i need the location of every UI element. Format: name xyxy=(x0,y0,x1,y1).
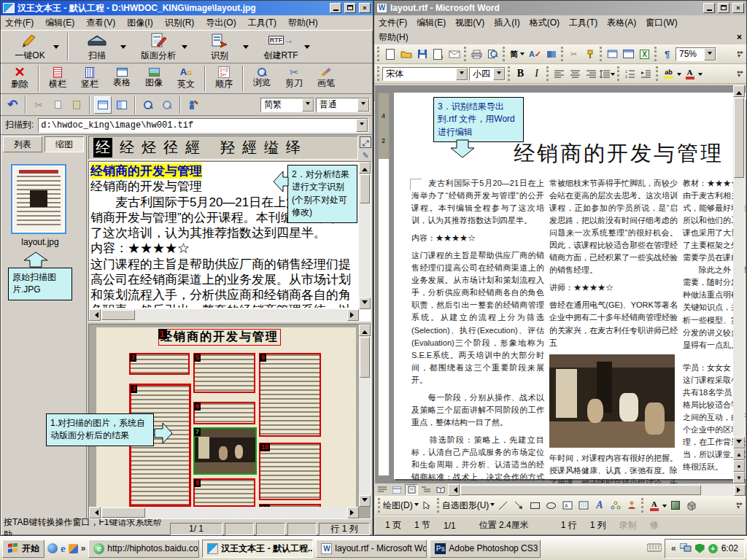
menu-table[interactable]: 表格(A) xyxy=(607,17,636,29)
3d-style-icon[interactable] xyxy=(684,498,699,513)
page-thumbnail[interactable] xyxy=(11,164,66,234)
taskbar-item-photoshop[interactable]: Ps Adobe Photoshop CS3 E... xyxy=(430,540,541,558)
scroll-down-icon[interactable] xyxy=(359,298,371,309)
clipart-icon[interactable] xyxy=(624,498,639,513)
align-center-icon[interactable] xyxy=(568,66,583,82)
menu-tools[interactable]: 工具(T) xyxy=(248,17,276,29)
candidate-char[interactable]: 经 xyxy=(120,138,134,158)
menu-window[interactable]: 窗口(W) xyxy=(646,17,677,29)
quicklaunch-ie-icon[interactable]: e xyxy=(61,542,66,555)
dropdown-icon[interactable] xyxy=(53,45,59,52)
format-painter-icon[interactable] xyxy=(582,47,597,62)
scroll-down-icon[interactable] xyxy=(733,437,745,448)
close-icon[interactable]: × xyxy=(732,3,744,13)
recognize-button[interactable]: 识别 xyxy=(193,31,252,62)
document-page[interactable]: 3．识别结果导出到.rtf 文件，用Word进行编辑 经销商的开发与管理 麦古利… xyxy=(394,93,746,479)
view-reading-icon[interactable] xyxy=(434,484,447,495)
open-icon[interactable] xyxy=(398,47,414,62)
maximize-icon[interactable] xyxy=(344,3,356,13)
toolbar-overflow-icon[interactable]: ▸▸▾ xyxy=(735,502,744,509)
fit-window-icon[interactable]: ⤢ xyxy=(360,136,371,148)
layout-region[interactable]: 9 xyxy=(259,353,321,437)
layout-region[interactable]: 10 xyxy=(259,443,321,500)
highlight-icon[interactable]: ab xyxy=(661,66,676,82)
menu-view[interactable]: 查看(V) xyxy=(86,17,115,29)
scroll-right-icon[interactable] xyxy=(347,507,359,518)
font-name-combo[interactable]: 宋体 xyxy=(382,67,468,81)
cut-icon[interactable]: ✂ xyxy=(566,47,581,62)
scroll-down-icon[interactable] xyxy=(359,495,371,507)
insert-excel-icon[interactable]: X xyxy=(637,47,652,62)
candidate-char[interactable]: 径 xyxy=(163,138,178,158)
font-color-icon[interactable]: A xyxy=(682,66,697,82)
table-region-button[interactable]: 表格 xyxy=(106,64,138,93)
english-region-button[interactable]: AG英文 xyxy=(170,64,202,93)
align-left-icon[interactable] xyxy=(551,66,567,82)
start-button[interactable]: 开始 xyxy=(2,540,44,558)
scan-title-region[interactable]: 1经销商的开发与管理 xyxy=(158,329,281,346)
scroll-left-icon[interactable] xyxy=(89,309,101,321)
input-method-keyboard-icon[interactable] xyxy=(647,542,662,554)
layout-analysis-button[interactable]: 版面分析 xyxy=(132,31,190,62)
menu-view[interactable]: 视图(V) xyxy=(455,17,484,29)
tray-collapse-icon[interactable]: « xyxy=(671,543,676,553)
menu-file[interactable]: 文件(F) xyxy=(379,17,407,29)
select-arrow-icon[interactable] xyxy=(419,498,435,513)
candidate-char[interactable]: 绎 xyxy=(286,138,301,158)
print-preview-icon[interactable] xyxy=(485,47,500,62)
chinese-translate-icon[interactable]: 简 xyxy=(508,47,527,62)
menu-insert[interactable]: 插入(I) xyxy=(494,17,519,29)
tab-thumbnail[interactable]: 缩图 xyxy=(44,136,84,152)
view-outline-icon[interactable] xyxy=(419,484,433,495)
create-rtf-button[interactable]: RTF→创建RTF xyxy=(255,31,313,62)
hanwang-titlebar[interactable]: 汉王文本王 - 默认工程 - D:\HWDOC_KING\image\layou… xyxy=(1,1,373,15)
delete-region-button[interactable]: ✕删除 xyxy=(4,64,36,93)
next-page-icon[interactable]: ▼ xyxy=(733,472,745,483)
draw-menu-button[interactable]: 绘图(D) xyxy=(383,499,419,512)
paste-button[interactable] xyxy=(68,96,85,114)
vertical-column-button[interactable]: 竖栏 xyxy=(74,64,106,93)
zoom-combo[interactable]: 75% xyxy=(676,47,716,61)
tab-list[interactable]: 列表 xyxy=(3,136,42,152)
chevron-down-icon[interactable] xyxy=(677,73,681,78)
scroll-left-icon[interactable] xyxy=(89,507,101,518)
dropdown-icon[interactable] xyxy=(120,45,126,52)
layout-region[interactable]: 2 xyxy=(129,353,190,375)
zoom-out-button[interactable] xyxy=(158,96,176,114)
draw-table-icon[interactable] xyxy=(605,47,620,62)
menu-edit[interactable]: 编辑(E) xyxy=(417,17,446,29)
maximize-icon[interactable] xyxy=(718,3,729,13)
menu-help[interactable]: 帮助(H) xyxy=(288,17,318,29)
arrow-tool-icon[interactable] xyxy=(511,498,527,513)
save-icon[interactable] xyxy=(414,47,430,62)
font-color-icon[interactable]: A xyxy=(646,498,662,513)
view-split-horizontal-button[interactable] xyxy=(94,96,112,114)
align-right-icon[interactable] xyxy=(584,66,599,82)
layout-region[interactable]: 5 xyxy=(193,353,255,393)
candidate-char[interactable]: 經 xyxy=(185,138,200,158)
scissors-button[interactable]: ✂剪刀 xyxy=(278,64,310,93)
menu-image[interactable]: 图像(I) xyxy=(127,17,152,29)
previous-page-icon[interactable]: ▲ xyxy=(733,448,745,460)
numbering-icon[interactable]: 12 xyxy=(622,66,638,82)
layout-region[interactable]: 6 xyxy=(193,402,255,424)
menu-edit[interactable]: 编辑(E) xyxy=(45,17,74,29)
chevron-down-icon[interactable] xyxy=(704,48,716,61)
candidate-char[interactable]: 缢 xyxy=(264,138,279,158)
scan-path-combo[interactable] xyxy=(38,118,368,133)
browse-button[interactable]: 浏览 xyxy=(246,64,278,93)
font-size-combo[interactable]: 小四 xyxy=(469,67,506,81)
word-horizontal-scrollbar[interactable] xyxy=(375,483,746,496)
updates-icon[interactable]: + xyxy=(708,544,718,553)
network-icon[interactable] xyxy=(680,543,692,554)
word-titlebar[interactable]: W layout.rtf - Microsoft Word × xyxy=(374,1,746,15)
settings-button[interactable] xyxy=(185,96,202,114)
layout-region[interactable]: 8 xyxy=(193,478,255,507)
italic-icon[interactable]: I xyxy=(529,66,544,82)
chevron-down-icon[interactable] xyxy=(456,68,468,80)
scroll-up-icon[interactable] xyxy=(359,324,371,336)
scroll-left-icon[interactable] xyxy=(448,484,460,496)
cut-button[interactable]: ✂ xyxy=(30,96,47,114)
taskbar-item-browser[interactable]: e http://hiphotos.baidu.co... xyxy=(88,540,199,558)
chevron-down-icon[interactable] xyxy=(357,98,369,112)
